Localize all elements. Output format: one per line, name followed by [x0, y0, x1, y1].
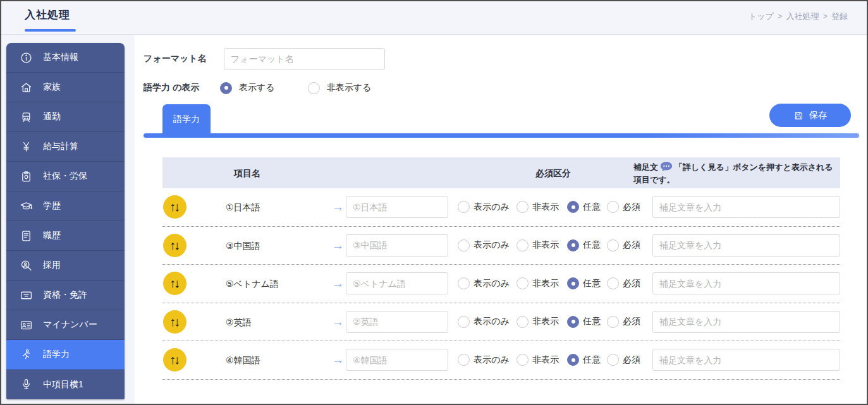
- radio-circle[interactable]: [567, 354, 579, 366]
- item-name-input[interactable]: [346, 272, 448, 294]
- speech-bubble-icon: [658, 162, 675, 172]
- sidebar-item-basic-info[interactable]: 基本情報: [6, 43, 125, 73]
- right-arrow-icon: →: [332, 239, 344, 253]
- radio-circle[interactable]: [517, 239, 529, 251]
- radio-option-display-1[interactable]: 非表示する: [308, 82, 372, 94]
- item-name-input[interactable]: [346, 311, 448, 333]
- radio-option-row0-2[interactable]: 任意: [567, 201, 607, 213]
- breadcrumb-item-register[interactable]: 登録: [831, 11, 848, 21]
- column-header-required-type: 必須区分: [535, 168, 571, 179]
- sidebar-item-label: 中項目横1: [43, 379, 83, 390]
- radio-circle[interactable]: [607, 354, 619, 366]
- sidebar-item-insurance[interactable]: 社保・労保: [6, 162, 125, 191]
- tab-label: 語学力: [173, 114, 200, 125]
- radio-option-row0-0[interactable]: 表示のみ: [458, 201, 517, 213]
- radio-circle[interactable]: [567, 201, 579, 213]
- radio-circle[interactable]: [567, 277, 579, 289]
- supplement-text-input[interactable]: [652, 196, 840, 218]
- radio-circle[interactable]: [517, 354, 529, 366]
- radio-circle[interactable]: [517, 316, 529, 328]
- id-card-icon: [19, 318, 33, 332]
- radio-option-row0-3[interactable]: 必須: [607, 201, 651, 213]
- save-button[interactable]: 保存: [769, 104, 851, 127]
- sidebar-item-language-skills[interactable]: 語学力: [6, 340, 125, 370]
- radio-circle[interactable]: [567, 316, 579, 328]
- tab-underline-bar: [144, 133, 859, 138]
- breadcrumb-item-onboarding[interactable]: 入社処理: [786, 11, 819, 21]
- sidebar-item-label: 家族: [43, 82, 61, 93]
- radio-circle[interactable]: [458, 277, 470, 289]
- drag-reorder-icon[interactable]: ↑↓: [163, 310, 186, 334]
- radio-option-row3-0[interactable]: 表示のみ: [458, 316, 517, 328]
- radio-option-display-0[interactable]: 表示する: [220, 82, 275, 94]
- radio-circle[interactable]: [308, 82, 320, 94]
- radio-circle[interactable]: [607, 201, 619, 213]
- radio-option-row2-0[interactable]: 表示のみ: [458, 277, 517, 289]
- drag-reorder-icon[interactable]: ↑↓: [163, 348, 186, 372]
- sidebar-item-recruitment[interactable]: 採用: [6, 251, 125, 281]
- drag-reorder-icon[interactable]: ↑↓: [163, 272, 186, 295]
- radio-label: 必須: [623, 278, 640, 289]
- radio-option-row3-3[interactable]: 必須: [607, 316, 651, 328]
- supplement-text-input[interactable]: [652, 311, 840, 333]
- radio-label: 必須: [623, 316, 640, 327]
- drag-reorder-icon[interactable]: ↑↓: [163, 234, 186, 257]
- radio-option-row2-3[interactable]: 必須: [607, 277, 651, 289]
- radio-option-row1-2[interactable]: 任意: [567, 239, 607, 251]
- radio-option-row1-0[interactable]: 表示のみ: [458, 239, 517, 251]
- sidebar-item-family[interactable]: 家族: [6, 73, 125, 102]
- radio-circle[interactable]: [607, 277, 619, 289]
- item-name-input[interactable]: [346, 234, 448, 257]
- radio-option-row4-0[interactable]: 表示のみ: [458, 354, 517, 366]
- display-setting-label: 語学力 の表示: [144, 82, 220, 94]
- sidebar-item-label: 職歴: [43, 230, 61, 241]
- radio-circle[interactable]: [458, 201, 470, 213]
- sidebar-item-education[interactable]: 学歴: [6, 191, 125, 221]
- sidebar-item-commute[interactable]: 通勤: [6, 102, 125, 132]
- radio-circle[interactable]: [607, 316, 619, 328]
- radio-option-row1-1[interactable]: 非表示: [517, 239, 567, 251]
- radio-option-row0-1[interactable]: 非表示: [517, 201, 567, 213]
- breadcrumb: トップ>入社処理>登録: [749, 11, 848, 22]
- radio-label: 非表示: [532, 278, 559, 289]
- radio-label: 必須: [623, 354, 640, 366]
- radio-option-row1-3[interactable]: 必須: [607, 239, 651, 251]
- supplement-text-input[interactable]: [652, 349, 840, 371]
- sidebar-item-label: 社保・労保: [43, 171, 87, 182]
- sidebar-item-label: 通勤: [43, 111, 61, 123]
- sidebar-item-payroll[interactable]: 給与計算: [6, 132, 125, 162]
- radio-circle[interactable]: [458, 354, 470, 366]
- radio-option-row4-3[interactable]: 必須: [607, 354, 651, 366]
- item-name-input[interactable]: [346, 349, 448, 371]
- table-row: ↑↓④韓国語→表示のみ非表示任意必須: [162, 341, 840, 380]
- display-options: 表示する非表示する: [220, 82, 371, 94]
- sidebar-item-middle-item-1[interactable]: 中項目横1: [6, 370, 125, 399]
- item-name-input[interactable]: [346, 196, 448, 218]
- required-type-radio-group: 表示のみ非表示任意必須: [458, 303, 651, 341]
- sidebar-item-work-history[interactable]: 職歴: [6, 221, 125, 251]
- breadcrumb-item-top[interactable]: トップ: [749, 11, 774, 21]
- radio-option-row4-1[interactable]: 非表示: [517, 354, 567, 366]
- radio-option-row3-1[interactable]: 非表示: [517, 316, 567, 328]
- radio-option-row4-2[interactable]: 任意: [567, 354, 607, 366]
- radio-circle[interactable]: [517, 277, 529, 289]
- sidebar-item-label: 資格・免許: [43, 289, 87, 301]
- supplement-text-input[interactable]: [652, 234, 840, 257]
- row-item-label: ①日本語: [226, 202, 260, 214]
- radio-circle[interactable]: [458, 239, 470, 251]
- table-body: ↑↓①日本語→表示のみ非表示任意必須↑↓③中国語→表示のみ非表示任意必須↑↓⑤ベ…: [162, 188, 840, 380]
- supplement-text-input[interactable]: [652, 272, 840, 294]
- drag-reorder-icon[interactable]: ↑↓: [163, 195, 186, 219]
- format-name-input[interactable]: [224, 48, 385, 70]
- radio-circle[interactable]: [567, 239, 579, 251]
- radio-option-row2-2[interactable]: 任意: [567, 277, 607, 289]
- tab-language-skills[interactable]: 語学力: [162, 104, 211, 134]
- sidebar-item-licenses[interactable]: 資格・免許: [6, 281, 125, 310]
- radio-circle[interactable]: [607, 239, 619, 251]
- radio-circle[interactable]: [517, 201, 529, 213]
- radio-option-row2-1[interactable]: 非表示: [517, 277, 567, 289]
- radio-circle[interactable]: [458, 316, 470, 328]
- radio-option-row3-2[interactable]: 任意: [567, 316, 607, 328]
- sidebar-item-my-number[interactable]: マイナンバー: [6, 310, 125, 340]
- radio-circle[interactable]: [220, 82, 232, 94]
